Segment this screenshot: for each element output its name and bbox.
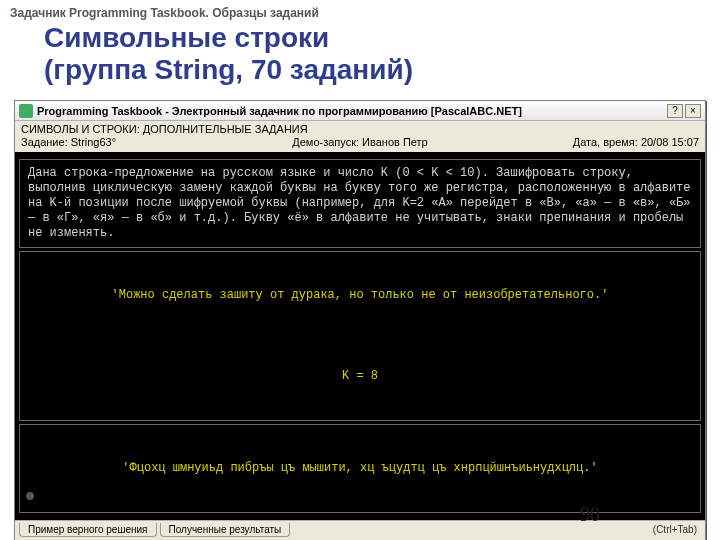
input-block: 'Можно сделать зашиту от дурака, но толь… [19, 251, 701, 421]
date-label: Дата, время: 20/08 15:07 [529, 136, 699, 148]
tabs-row: Пример верного решения Полученные резуль… [15, 520, 705, 538]
breadcrumb: Задачник Programming Taskbook. Образцы з… [0, 0, 720, 22]
close-button[interactable]: × [685, 104, 701, 118]
info-bar: СИМВОЛЫ И СТРОКИ: ДОПОЛНИТЕЛЬНЫЕ ЗАДАНИЯ… [15, 121, 705, 152]
title-line-1: Символьные строки [44, 22, 329, 53]
help-button[interactable]: ? [667, 104, 683, 118]
tab-example[interactable]: Пример верного решения [19, 523, 157, 537]
terminal-area: Дана строка-предложение на русском языке… [15, 152, 705, 520]
task-label: Задание: String63° [21, 136, 191, 148]
input-line: 'Можно сделать зашиту от дурака, но толь… [28, 288, 692, 303]
page-number: 90 [580, 503, 600, 526]
demo-label: Демо-запуск: Иванов Петр [191, 136, 529, 148]
k-line: K = 8 [28, 369, 692, 384]
output-line: 'Фцохц шмнуиьд пибръы цъ мышити, хц ъцуд… [28, 461, 692, 476]
title-bar: Programming Taskbook - Электронный задач… [15, 101, 705, 121]
section-label: СИМВОЛЫ И СТРОКИ: ДОПОЛНИТЕЛЬНЫЕ ЗАДАНИЯ [21, 123, 699, 136]
problem-text: Дана строка-предложение на русском языке… [19, 159, 701, 248]
window-title: Programming Taskbook - Электронный задач… [37, 105, 665, 117]
app-icon [19, 104, 33, 118]
page-title: Символьные строки (группа String, 70 зад… [0, 22, 720, 94]
tab-hint: (Ctrl+Tab) [653, 524, 701, 535]
bullet-icon [26, 492, 34, 500]
title-line-2: (группа String, 70 заданий) [44, 54, 413, 85]
app-window: Programming Taskbook - Электронный задач… [14, 100, 706, 540]
output-block: 'Фцохц шмнуиьд пибръы цъ мышити, хц ъцуд… [19, 424, 701, 513]
tab-results[interactable]: Полученные результаты [160, 523, 291, 537]
